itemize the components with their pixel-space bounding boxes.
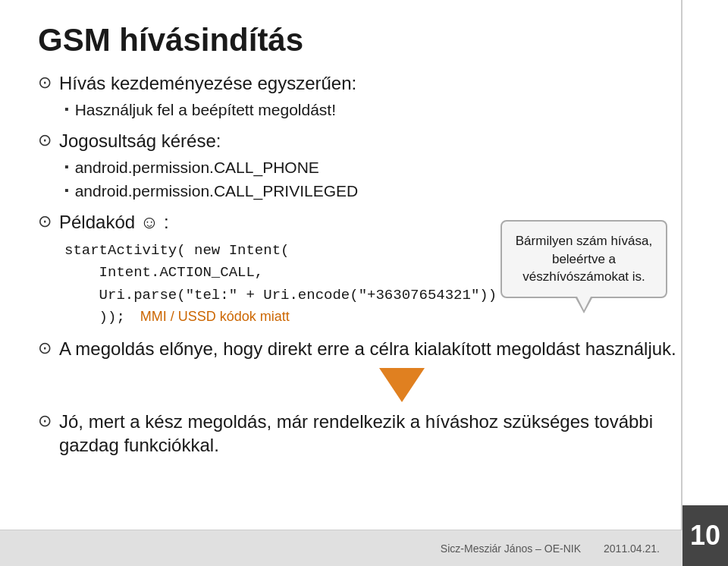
footer-author: Sicz-Mesziár János – OE-NIK [441, 542, 581, 555]
bottom-bar: Sicz-Mesziár János – OE-NIK 2011.04.21. [0, 530, 728, 566]
page-number: 10 [690, 520, 720, 552]
sub-bullet-icon-2-2: ▪ [64, 184, 69, 197]
bullet-advantage: ⊙ A megoldás előnye, hogy direkt erre a … [38, 337, 690, 360]
sub-bullet-icon-2-1: ▪ [64, 160, 69, 174]
bullet-icon-3: ⊙ [38, 212, 52, 231]
sub-bullet-text-1-1: Használjuk fel a beépített megoldást! [75, 99, 336, 121]
bullet-icon-conclusion: ⊙ [38, 411, 52, 431]
bullet-icon-1: ⊙ [38, 73, 52, 93]
bullet-main-2: ⊙ Jogosultság kérése: [38, 129, 690, 153]
bullet-text-2: Jogosultság kérése: [59, 129, 221, 153]
footer-date: 2011.04.21. [604, 542, 660, 555]
bullet-conclusion: ⊙ Jó, mert a kész megoldás, már rendelke… [38, 410, 690, 457]
sub-bullet-text-2-1: android.permission.CALL_PHONE [75, 157, 319, 178]
orange-arrow [114, 368, 690, 402]
sub-bullet-text-2-2: android.permission.CALL_PRIVILEGED [75, 181, 359, 202]
bullet-text-1: Hívás kezdeményezése egyszerűen: [59, 71, 356, 95]
sub-bullet-2-2: ▪ android.permission.CALL_PRIVILEGED [64, 181, 690, 202]
bullet-icon-2: ⊙ [38, 130, 52, 150]
section-1: ⊙ Hívás kezdeményezése egyszerűen: ▪ Has… [38, 71, 690, 121]
code-area: startActivity( new Intent( Intent.ACTION… [64, 240, 690, 329]
section-2: ⊙ Jogosultság kérése: ▪ android.permissi… [38, 129, 690, 203]
bullet-text-conclusion: Jó, mert a kész megoldás, már rendelkezi… [59, 410, 690, 457]
section-conclusion: ⊙ Jó, mert a kész megoldás, már rendelke… [38, 410, 690, 457]
slide-title: GSM hívásindítás [38, 23, 690, 58]
bullet-text-3: Példakód ☺ : [59, 210, 169, 234]
code-block: startActivity( new Intent( Intent.ACTION… [64, 240, 690, 329]
sub-bullet-icon-1-1: ▪ [64, 102, 69, 116]
section-advantage: ⊙ A megoldás előnye, hogy direkt erre a … [38, 337, 690, 360]
arrow-down-icon [379, 368, 425, 402]
sub-bullet-1-1: ▪ Használjuk fel a beépített megoldást! [64, 99, 690, 121]
page-number-box: 10 [682, 505, 728, 566]
mmi-annotation: MMI / USSD kódok miatt [140, 307, 290, 328]
bullet-icon-advantage: ⊙ [38, 338, 52, 358]
slide-container: GSM hívásindítás ⊙ Hívás kezdeményezése … [0, 0, 728, 566]
sub-bullet-2-1: ▪ android.permission.CALL_PHONE [64, 157, 690, 178]
bullet-text-advantage: A megoldás előnye, hogy direkt erre a cé… [59, 337, 676, 360]
bullet-main-1: ⊙ Hívás kezdeményezése egyszerűen: [38, 71, 690, 95]
